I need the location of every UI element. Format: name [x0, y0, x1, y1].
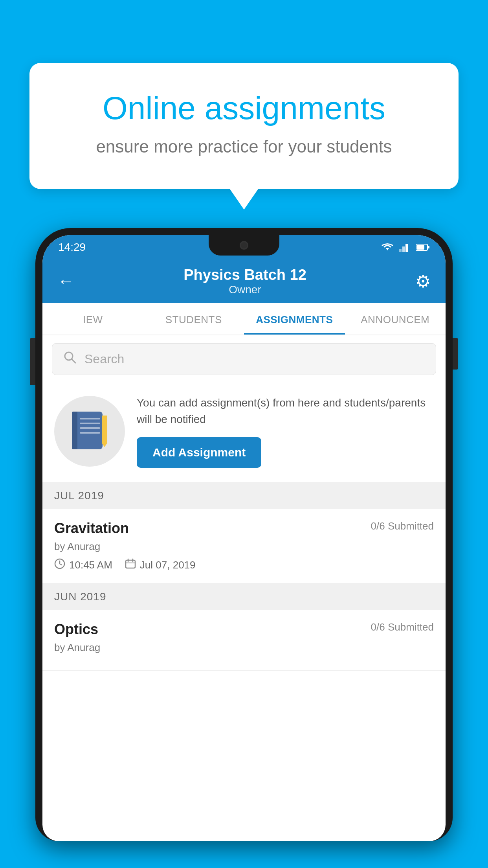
back-button[interactable]: ← [57, 271, 75, 291]
tab-assignments[interactable]: ASSIGNMENTS [244, 303, 345, 335]
phone-screen: 14:29 [42, 235, 446, 841]
phone-outer: 14:29 [35, 228, 453, 841]
assignment-title: Gravitation [54, 520, 129, 537]
assignment-author-optics: by Anurag [54, 642, 434, 654]
bubble-title: Online assignments [61, 90, 427, 126]
svg-rect-2 [402, 246, 405, 252]
tab-students[interactable]: STUDENTS [143, 303, 244, 335]
add-assignment-button[interactable]: Add Assignment [137, 437, 261, 468]
assignment-author: by Anurag [54, 541, 434, 553]
date-value: Jul 07, 2019 [140, 559, 196, 571]
tab-iew[interactable]: IEW [42, 303, 143, 335]
svg-marker-0 [386, 248, 389, 250]
battery-icon [416, 243, 430, 251]
search-container: Search [42, 335, 446, 383]
calendar-icon [125, 558, 136, 572]
assignment-row-top-optics: Optics 0/6 Submitted [54, 621, 434, 638]
bubble-subtitle: ensure more practice for your students [61, 135, 427, 158]
svg-rect-5 [416, 245, 424, 250]
svg-rect-1 [399, 249, 402, 252]
speech-bubble-section: Online assignments ensure more practice … [29, 63, 459, 189]
settings-button[interactable]: ⚙ [415, 271, 431, 291]
meta-time: 10:45 AM [54, 558, 112, 572]
app-header: ← Physics Batch 12 Owner ⚙ [42, 259, 446, 303]
time-value: 10:45 AM [69, 559, 112, 571]
assignment-row-top: Gravitation 0/6 Submitted [54, 520, 434, 537]
assignment-item-optics[interactable]: Optics 0/6 Submitted by Anurag [42, 610, 446, 671]
svg-rect-10 [126, 560, 135, 568]
notch-camera [240, 241, 248, 250]
notch [209, 235, 279, 256]
svg-line-8 [72, 359, 75, 363]
phone-container: 14:29 [35, 228, 453, 868]
month-header-jul: JUL 2019 [42, 482, 446, 509]
assignment-meta: 10:45 AM Jul 07, 2019 [54, 558, 434, 572]
search-icon [63, 351, 77, 368]
header-center: Physics Batch 12 Owner [183, 267, 306, 296]
header-subtitle: Owner [183, 283, 306, 296]
status-bar: 14:29 [42, 235, 446, 259]
promo-icon-circle [54, 396, 125, 467]
wifi-icon [381, 243, 394, 252]
svg-rect-6 [428, 246, 429, 248]
assignment-item-gravitation[interactable]: Gravitation 0/6 Submitted by Anurag 10:4… [42, 509, 446, 583]
header-title: Physics Batch 12 [183, 267, 306, 283]
promo-description: You can add assignment(s) from here and … [137, 395, 434, 428]
search-bar[interactable]: Search [52, 343, 436, 375]
assignment-submitted-optics: 0/6 Submitted [371, 621, 434, 633]
clock-icon [54, 558, 65, 572]
assignment-submitted: 0/6 Submitted [371, 520, 434, 532]
status-icons [381, 243, 430, 252]
tab-announcements[interactable]: ANNOUNCEM [345, 303, 446, 335]
promo-content: You can add assignment(s) from here and … [137, 395, 434, 468]
month-header-jun: JUN 2019 [42, 583, 446, 610]
assignment-title-optics: Optics [54, 621, 98, 638]
notebook-icon [72, 412, 107, 451]
meta-date: Jul 07, 2019 [125, 558, 196, 572]
tabs-container: IEW STUDENTS ASSIGNMENTS ANNOUNCEM [42, 303, 446, 335]
search-placeholder: Search [84, 352, 124, 366]
signal-icon [399, 243, 410, 252]
promo-section: You can add assignment(s) from here and … [42, 383, 446, 482]
status-time: 14:29 [58, 241, 86, 254]
speech-bubble: Online assignments ensure more practice … [29, 63, 459, 189]
svg-rect-3 [405, 244, 408, 252]
